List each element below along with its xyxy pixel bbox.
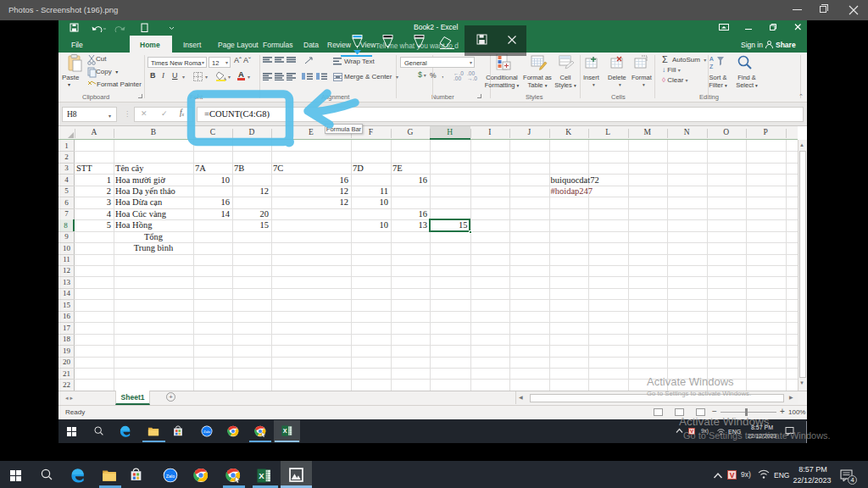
svg-text:X: X <box>283 427 287 435</box>
svg-text:Zalo: Zalo <box>203 430 211 434</box>
svg-text:Zalo: Zalo <box>166 474 175 479</box>
svg-text:Z: Z <box>709 64 714 69</box>
svg-text:X: X <box>259 471 264 480</box>
svg-text:A: A <box>709 56 714 62</box>
